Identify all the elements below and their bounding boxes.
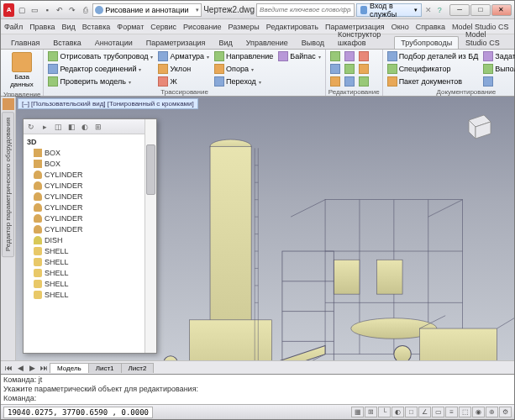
- menu-item[interactable]: Справка: [416, 23, 445, 31]
- tree-item[interactable]: SHELL: [25, 267, 155, 278]
- edit-btn-8[interactable]: [357, 63, 370, 75]
- model-toggle[interactable]: ⬚: [459, 407, 471, 417]
- polar-toggle[interactable]: ◐: [392, 407, 404, 417]
- ribbon-tab[interactable]: Управление: [239, 36, 295, 49]
- exchange-icon[interactable]: ✕: [423, 4, 434, 16]
- tree-item[interactable]: CYLINDER: [25, 223, 155, 234]
- database-button[interactable]: База данных: [3, 50, 40, 90]
- ribbon-tab[interactable]: Главная: [4, 36, 46, 49]
- menu-item[interactable]: Вид: [62, 23, 76, 31]
- slope-button[interactable]: Уклон: [156, 63, 211, 75]
- execute-button[interactable]: Выполнить▾: [481, 63, 515, 75]
- tree-root[interactable]: 3D: [25, 136, 155, 147]
- ribbon-tab[interactable]: Model Studio CS: [459, 28, 511, 49]
- doc-package-button[interactable]: Пакет документов: [386, 76, 481, 87]
- menu-item[interactable]: Формат: [117, 23, 144, 31]
- joint-editor-button[interactable]: Редактор соединений▾: [46, 63, 155, 75]
- valve-button[interactable]: Арматура▾: [156, 50, 211, 62]
- edit-btn-2[interactable]: [328, 63, 342, 75]
- grid-toggle[interactable]: ⊞: [365, 407, 377, 417]
- tree-tool-icon[interactable]: ◫: [52, 121, 64, 133]
- tree-item[interactable]: SHELL: [25, 289, 155, 300]
- print-icon[interactable]: ⎙: [79, 4, 91, 16]
- edit-btn-3[interactable]: [328, 76, 342, 87]
- menu-item[interactable]: Редактировать: [266, 23, 318, 31]
- scrollbar-thumb[interactable]: [146, 144, 155, 195]
- bypass-button[interactable]: Байпас▾: [276, 50, 322, 62]
- doc-btn-6[interactable]: [481, 76, 515, 87]
- tab-nav-start-icon[interactable]: ⏮: [3, 362, 14, 374]
- lwt-toggle[interactable]: ≡: [445, 407, 458, 417]
- tree-tool-icon[interactable]: ⊞: [92, 121, 104, 133]
- tree-item[interactable]: CYLINDER: [25, 180, 155, 191]
- command-line[interactable]: Команда: jt Укажите параметрический объе…: [1, 374, 514, 404]
- tree-refresh-icon[interactable]: ↻: [25, 121, 37, 133]
- viewport[interactable]: [–] [Пользовательский вид] [Тонированный…: [16, 97, 514, 360]
- workspace-selector[interactable]: Рисование и аннотации: [92, 3, 202, 17]
- layout-tab[interactable]: Лист2: [121, 363, 155, 373]
- tree-item[interactable]: DISH: [25, 234, 155, 245]
- status-toggle[interactable]: ⚙: [499, 407, 512, 417]
- ribbon-tab[interactable]: Трубопроводы: [394, 36, 459, 49]
- menu-item[interactable]: Размеры: [228, 23, 259, 31]
- tree-item[interactable]: SHELL: [25, 256, 155, 267]
- tree-tool-icon[interactable]: ◧: [66, 121, 77, 133]
- set-section-button[interactable]: Задать разрез: [481, 50, 515, 62]
- draw-pipe-button[interactable]: Отрисовать трубопровод▾: [46, 50, 155, 62]
- status-toggle[interactable]: ⊕: [486, 407, 498, 417]
- ribbon-tab[interactable]: Параметризация: [139, 36, 213, 49]
- tree-body[interactable]: 3DBOXBOXCYLINDERCYLINDERCYLINDERCYLINDER…: [24, 134, 156, 353]
- edit-btn-5[interactable]: [343, 63, 356, 75]
- ribbon-tab[interactable]: Конструктор шкафов: [331, 28, 394, 49]
- snap-toggle[interactable]: ▦: [351, 407, 364, 417]
- otrack-toggle[interactable]: ∠: [418, 407, 431, 417]
- layout-tab[interactable]: Лист1: [88, 363, 122, 373]
- select-parts-button[interactable]: Подбор деталей из БД: [386, 50, 481, 62]
- tree-scrollbar[interactable]: [145, 119, 156, 353]
- ribbon-tab[interactable]: Вставка: [46, 36, 87, 49]
- edit-btn-6[interactable]: [343, 76, 356, 87]
- edit-btn-4[interactable]: [343, 50, 356, 62]
- ortho-toggle[interactable]: └: [378, 407, 391, 417]
- ribbon-tab[interactable]: Вывод: [295, 36, 331, 49]
- tree-item[interactable]: BOX: [25, 147, 155, 158]
- tab-nav-end-icon[interactable]: ⏭: [38, 362, 50, 374]
- osnap-toggle[interactable]: □: [405, 407, 418, 417]
- tree-item[interactable]: BOX: [25, 158, 155, 169]
- tree-tool-icon[interactable]: ◐: [79, 121, 91, 133]
- new-icon[interactable]: ▢: [16, 4, 28, 16]
- command-prompt[interactable]: Команда:: [3, 394, 512, 403]
- tree-item[interactable]: CYLINDER: [25, 202, 155, 213]
- help-search-input[interactable]: [256, 3, 355, 17]
- layout-tab[interactable]: Модель: [50, 363, 89, 373]
- redo-icon[interactable]: ↷: [66, 4, 78, 16]
- check-model-button[interactable]: Проверить модель▾: [46, 76, 155, 87]
- palette-icon[interactable]: [3, 98, 14, 110]
- support-button[interactable]: Опора▾: [213, 63, 275, 75]
- ribbon-tab[interactable]: Аннотации: [88, 36, 139, 49]
- close-button[interactable]: ✕: [491, 4, 512, 16]
- zh-button[interactable]: Ж: [156, 76, 211, 87]
- tree-item[interactable]: CYLINDER: [25, 191, 155, 202]
- tab-nav-prev-icon[interactable]: ◀: [14, 362, 26, 374]
- reducer-button[interactable]: Переход▾: [213, 76, 275, 87]
- tree-item[interactable]: SHELL: [25, 245, 155, 256]
- menu-item[interactable]: Вставка: [82, 23, 110, 31]
- ribbon-tab[interactable]: Вид: [212, 36, 239, 49]
- dyn-toggle[interactable]: ▭: [432, 407, 444, 417]
- minimize-button[interactable]: ─: [449, 4, 470, 16]
- edit-btn-9[interactable]: [357, 76, 370, 87]
- view-cube[interactable]: [459, 107, 496, 144]
- tree-item[interactable]: CYLINDER: [25, 213, 155, 223]
- undo-icon[interactable]: ↶: [54, 4, 66, 16]
- menu-item[interactable]: Рисование: [183, 23, 221, 31]
- tree-expand-icon[interactable]: ▸: [39, 121, 50, 133]
- login-button[interactable]: Вход в службы▾: [356, 3, 422, 17]
- status-toggle[interactable]: ◉: [472, 407, 485, 417]
- app-menu-icon[interactable]: A: [3, 3, 14, 17]
- direction-button[interactable]: Направление: [213, 50, 275, 62]
- menu-item[interactable]: Файл: [4, 23, 23, 31]
- specifier-button[interactable]: Спецификатор: [386, 63, 481, 75]
- tree-item[interactable]: CYLINDER: [25, 169, 155, 180]
- edit-btn-7[interactable]: [357, 50, 370, 62]
